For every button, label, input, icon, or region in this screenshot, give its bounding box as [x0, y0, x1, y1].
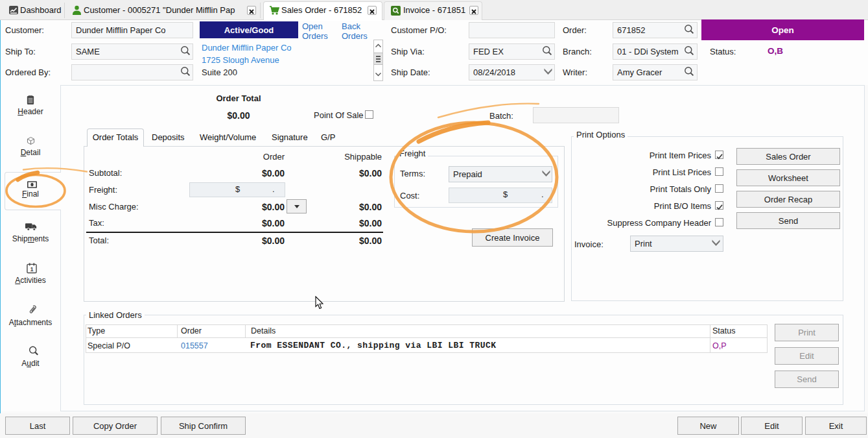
svg-text:1: 1: [30, 266, 34, 273]
